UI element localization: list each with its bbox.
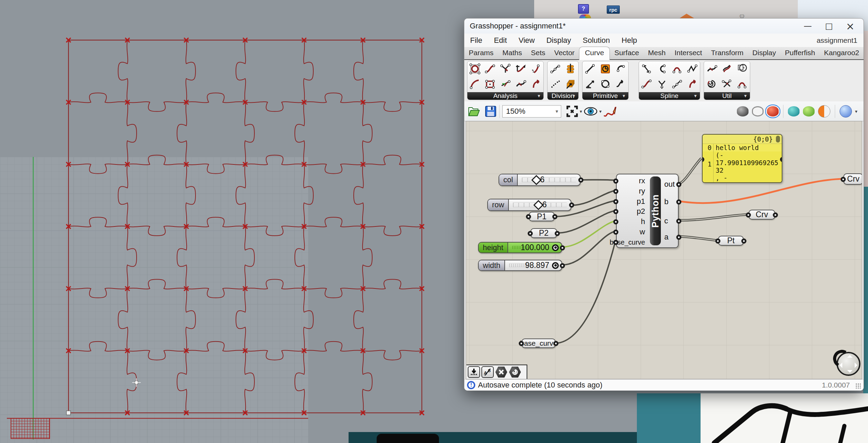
output-connector[interactable] <box>560 263 565 268</box>
maximize-button[interactable]: □ <box>818 19 840 34</box>
menu-view[interactable]: View <box>513 36 540 45</box>
tab-transform[interactable]: Transform <box>706 47 748 59</box>
component-icon-xcur[interactable] <box>513 76 528 91</box>
slider-height[interactable]: height 100.000 <box>478 242 562 253</box>
ribbon-group-label[interactable]: Util▼ <box>704 92 750 100</box>
output-connector[interactable] <box>555 231 560 236</box>
expand-group-icon[interactable]: ▼ <box>572 94 576 98</box>
gh-canvas[interactable]: col 6 row 6 height 100.000 width <box>466 121 862 379</box>
preview-material-icon[interactable] <box>818 105 830 118</box>
output-connector[interactable] <box>578 177 583 183</box>
ribbon-group-label[interactable]: Division▼ <box>548 92 578 100</box>
component-icon-dots[interactable] <box>548 61 563 76</box>
canvas-navigation-ball[interactable] <box>836 352 860 376</box>
component-icon-oclock[interactable] <box>598 61 613 76</box>
input-connector[interactable] <box>613 240 618 245</box>
dock-widget-icon[interactable] <box>468 366 480 378</box>
tab-curve[interactable]: Curve <box>579 47 610 60</box>
output-connector[interactable] <box>676 199 681 205</box>
output-connector[interactable] <box>741 238 746 244</box>
resize-grip[interactable] <box>855 383 861 389</box>
zoom-level-dropdown[interactable]: 150% ▾ <box>502 105 561 118</box>
help-icon[interactable]: ? <box>578 4 589 14</box>
output-connector[interactable] <box>553 341 558 346</box>
slider-col[interactable]: col 6 <box>499 174 581 186</box>
input-connector[interactable] <box>841 177 846 182</box>
preview-mesh-icon[interactable] <box>788 106 800 116</box>
disable-solver-icon[interactable] <box>495 366 507 378</box>
param-p1[interactable]: P1 <box>529 212 555 221</box>
component-icon-sq[interactable] <box>639 76 654 91</box>
save-icon[interactable] <box>485 106 496 117</box>
input-connector[interactable] <box>519 341 524 346</box>
tab-pufferfish[interactable]: Pufferfish <box>780 47 819 59</box>
component-icon-tcur[interactable] <box>513 61 528 76</box>
component-icon-angle[interactable] <box>582 76 597 91</box>
output-connector[interactable] <box>569 202 574 208</box>
component-icon-ibeam[interactable] <box>639 61 654 76</box>
component-icon-obox[interactable] <box>563 61 578 76</box>
component-icon-dcur[interactable] <box>719 61 734 76</box>
menu-file[interactable]: File <box>464 36 488 45</box>
minimize-button[interactable]: — <box>797 19 818 34</box>
input-connector[interactable] <box>613 179 618 184</box>
zoom-extents-icon[interactable] <box>566 105 578 118</box>
input-connector[interactable] <box>613 189 618 194</box>
output-connector[interactable] <box>552 214 557 219</box>
input-connector[interactable] <box>528 231 533 236</box>
component-icon-fork[interactable] <box>498 61 513 76</box>
tab-sets[interactable]: Sets <box>527 47 550 59</box>
input-connector[interactable] <box>613 209 618 214</box>
preview-quality-icon[interactable] <box>803 106 815 116</box>
tab-intersect[interactable]: Intersect <box>670 47 707 59</box>
component-icon-narc[interactable] <box>734 76 750 91</box>
title-bar[interactable]: Grasshopper - assignment1* — □ × <box>464 19 864 34</box>
expand-group-icon[interactable]: ▼ <box>743 94 747 98</box>
rpc-icon[interactable]: rpc <box>607 5 620 14</box>
sketch-pen-icon[interactable] <box>603 105 617 118</box>
preview-eye-icon[interactable] <box>583 106 598 117</box>
component-icon-spark[interactable] <box>528 61 543 76</box>
component-icon-turn[interactable] <box>528 76 543 91</box>
slider-width-handle[interactable] <box>552 262 559 269</box>
python-component[interactable]: Python rx ry p1 p2 h w base_curve out b … <box>616 174 679 248</box>
component-icon-zpol[interactable] <box>685 61 700 76</box>
expand-group-icon[interactable]: ▼ <box>693 94 697 98</box>
component-icon-qc[interactable] <box>734 61 750 76</box>
ribbon-group-label[interactable]: Spline▼ <box>639 92 700 100</box>
output-connector[interactable] <box>676 219 681 224</box>
chevron-down-icon[interactable]: ▾ <box>580 109 582 114</box>
chevron-down-icon[interactable]: ▾ <box>855 109 857 114</box>
ribbon-group-label[interactable]: Analysis▼ <box>467 92 543 100</box>
close-button[interactable]: × <box>840 19 861 34</box>
component-icon-ocircle[interactable] <box>598 76 613 91</box>
component-icon-sq[interactable] <box>482 61 498 76</box>
param-pt[interactable]: Pt <box>718 236 744 246</box>
component-icon-osheets[interactable] <box>563 76 578 91</box>
component-icon-rect[interactable] <box>482 76 498 91</box>
component-icon-narc[interactable] <box>669 61 684 76</box>
python-component-title[interactable]: Python <box>650 176 661 245</box>
input-connector[interactable] <box>613 230 618 235</box>
component-icon-hook[interactable] <box>613 61 628 76</box>
output-connector[interactable] <box>773 212 778 218</box>
wireframe-preview-icon[interactable] <box>752 106 764 116</box>
shaded-preview-icon-selected[interactable] <box>767 106 779 116</box>
component-icon-merge[interactable] <box>719 76 734 91</box>
tab-params[interactable]: Params <box>464 47 498 59</box>
solver-spiral-icon[interactable] <box>509 366 521 378</box>
menu-help[interactable]: Help <box>616 36 643 45</box>
tab-display[interactable]: Display <box>748 47 780 59</box>
slider-row[interactable]: row 6 <box>487 199 571 211</box>
menu-edit[interactable]: Edit <box>488 36 513 45</box>
component-icon-spiral[interactable] <box>704 76 719 91</box>
tab-kangaroo2[interactable]: Kangaroo2 <box>820 47 864 59</box>
expand-group-icon[interactable]: ▼ <box>622 94 626 98</box>
tab-surface[interactable]: Surface <box>610 47 643 59</box>
component-icon-dots[interactable] <box>669 76 684 91</box>
tab-mesh[interactable]: Mesh <box>644 47 670 59</box>
output-connector[interactable] <box>676 235 681 240</box>
input-connector[interactable] <box>613 219 618 224</box>
component-icon-arc[interactable] <box>467 76 482 91</box>
font-widget-icon[interactable]: AB <box>481 366 494 378</box>
